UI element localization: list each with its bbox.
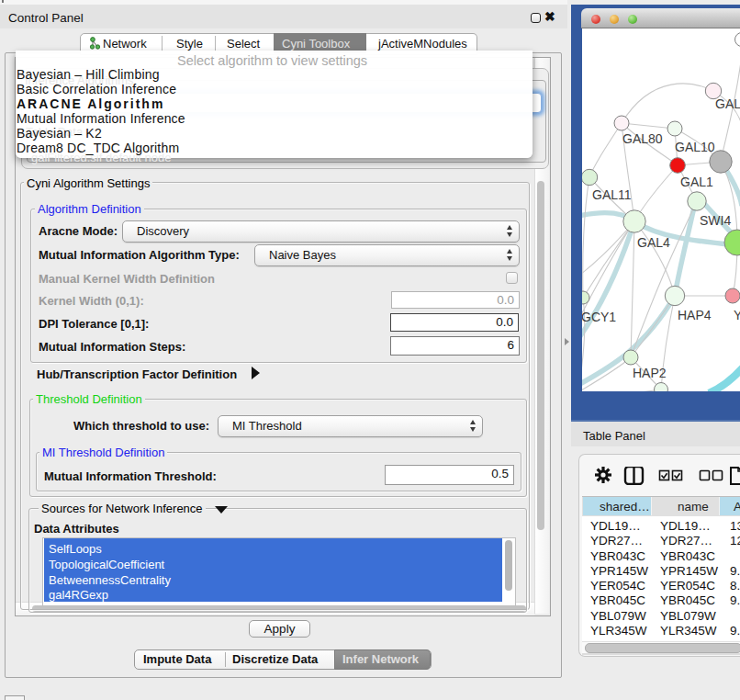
svg-text:GAL1: GAL1: [680, 175, 713, 189]
svg-text:GAL11: GAL11: [592, 187, 632, 202]
svg-text:GAL4: GAL4: [637, 235, 670, 250]
svg-text:HAP2: HAP2: [633, 366, 667, 380]
svg-text:GAL80: GAL80: [622, 131, 663, 146]
svg-text:GCY1: GCY1: [582, 310, 616, 324]
svg-text:HAP4: HAP4: [678, 308, 712, 322]
svg-text:SWI4: SWI4: [700, 213, 731, 228]
svg-text:GAL10: GAL10: [675, 140, 715, 154]
svg-text:Y: Y: [734, 308, 740, 322]
svg-text:GAL8: GAL8: [715, 96, 740, 111]
